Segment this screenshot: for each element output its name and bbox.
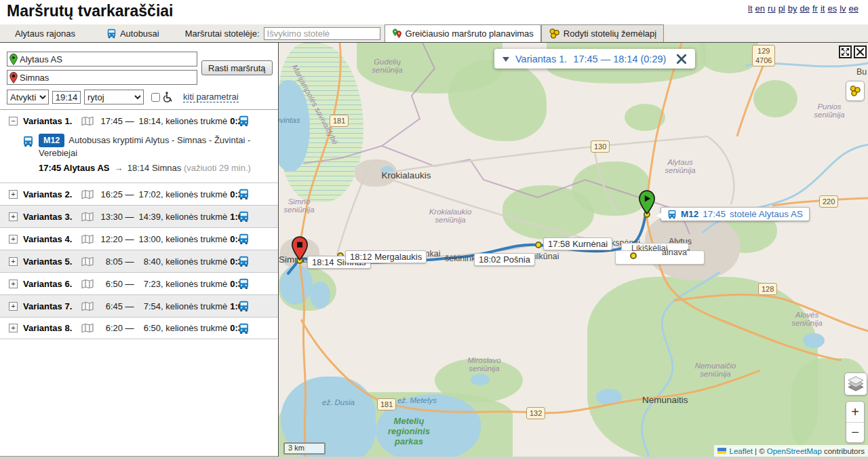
expand-button[interactable]: + <box>9 324 18 332</box>
stop-time-label[interactable]: 17:58 Kurnėnai <box>543 237 612 250</box>
show-on-map-icon[interactable] <box>81 323 94 333</box>
variant-row-1[interactable]: − Variantas 1. 17:45 — 18:14 , kelionės … <box>0 110 278 132</box>
leaflet-link[interactable]: Leaflet <box>730 447 753 455</box>
route-map[interactable]: Gudelių seniūnija Marijampolės savivaldy… <box>278 43 868 457</box>
bus-icon <box>238 115 250 127</box>
variant-row-6[interactable]: + Variantas 6. 6:50 — 7:23 , kelionės tr… <box>0 272 278 294</box>
bus-icon <box>106 28 117 39</box>
lang-link-it[interactable]: it <box>821 3 825 14</box>
map-scale: 3 km <box>283 442 326 455</box>
osm-link[interactable]: OpenStreetMap <box>767 447 822 455</box>
time-separator: — <box>123 189 136 199</box>
stop-dot[interactable] <box>535 242 542 248</box>
map-label-municipality: Punios seniūnija <box>814 102 844 119</box>
accessible-checkbox[interactable] <box>151 93 160 102</box>
page-title: Maršrutų tvarkaraščiai <box>7 2 173 20</box>
other-parameters-link[interactable]: kiti parametrai <box>183 92 239 102</box>
chevron-down-icon[interactable] <box>502 57 509 65</box>
time-separator: — <box>123 279 136 289</box>
layers-icon <box>847 375 865 393</box>
zoom-out-button[interactable]: − <box>846 422 864 442</box>
find-route-button[interactable]: Rasti maršrutą <box>201 60 273 75</box>
lang-link-pl[interactable]: pl <box>778 3 785 14</box>
variant-row-3[interactable]: + Variantas 3. 13:30 — 14:39 , kelionės … <box>0 205 278 227</box>
variant-row-5[interactable]: + Variantas 5. 8:05 — 8:40 , kelionės tr… <box>0 250 278 272</box>
expand-button[interactable]: + <box>9 257 18 266</box>
variant-label: Variantas 3. <box>23 212 80 222</box>
map-variant-bar[interactable]: Variantas 1. 17:45 — 18:14 (0:29) <box>494 49 695 69</box>
duration-label: , kelionės trukmė <box>161 116 227 126</box>
stop-time-label[interactable]: 18:12 Mergalaukis <box>345 250 427 263</box>
arrival-mode-select[interactable]: Atvykti <box>7 90 49 104</box>
map-label-town: Krokialaukis <box>382 170 431 180</box>
close-icon <box>856 47 865 56</box>
show-on-map-icon[interactable] <box>81 234 94 244</box>
map-label-town: ainava" <box>662 248 690 257</box>
tab-fastest-route-planner[interactable]: Greičiausio maršruto planavimas <box>384 24 541 42</box>
start-time: 16:25 <box>98 189 123 199</box>
lang-link-de[interactable]: de <box>800 3 809 14</box>
lang-link-es[interactable]: es <box>827 3 837 14</box>
expand-button[interactable]: + <box>9 212 18 221</box>
stop-time-label[interactable]: 18:02 Pošnia <box>474 253 535 266</box>
lang-link-ru[interactable]: ru <box>768 3 776 14</box>
lang-link-lt[interactable]: lt <box>748 3 753 14</box>
variant-row-8[interactable]: + Variantas 8. 6:20 — 6:50 , kelionės tr… <box>0 317 278 339</box>
show-on-map-icon[interactable] <box>81 256 94 267</box>
show-on-map-icon[interactable] <box>81 189 94 199</box>
show-on-map-icon[interactable] <box>81 212 94 222</box>
lang-link-by[interactable]: by <box>788 3 797 14</box>
from-input[interactable] <box>20 54 195 64</box>
expand-button[interactable]: + <box>9 190 18 199</box>
expand-button[interactable]: + <box>9 235 18 244</box>
show-stops-button[interactable] <box>846 81 865 101</box>
time-separator: — <box>123 116 136 126</box>
tab-planner-label: Greičiausio maršruto planavimas <box>406 28 534 39</box>
start-time: 12:20 <box>98 234 123 244</box>
expand-button[interactable]: + <box>9 302 18 311</box>
day-select[interactable]: rytoj <box>84 90 144 104</box>
lang-link-ee[interactable]: ee <box>849 3 859 14</box>
variant-row-2[interactable]: + Variantas 2. 16:25 — 17:02 , kelionės … <box>0 183 278 205</box>
departure-stop-input[interactable] <box>264 27 380 40</box>
collapse-button[interactable]: − <box>9 117 18 126</box>
close-map-button[interactable] <box>854 45 867 58</box>
time-input[interactable] <box>52 91 81 104</box>
lang-link-lv[interactable]: lv <box>840 3 846 14</box>
close-icon[interactable] <box>676 54 687 64</box>
variant-row-4[interactable]: + Variantas 4. 12:20 — 13:00 , kelionės … <box>0 227 278 250</box>
tab-buses[interactable]: Autobusai <box>106 28 159 39</box>
lang-link-en[interactable]: en <box>755 3 765 14</box>
admin-boundaries <box>303 43 690 234</box>
variant-label: Variantas 5. <box>23 256 80 267</box>
end-time: 17:02 <box>136 189 161 199</box>
map-label-municipality: Alovės seniūnija <box>791 311 822 327</box>
to-input[interactable] <box>20 73 195 83</box>
stop-dot[interactable] <box>630 252 637 259</box>
map-label-municipality: Krokialaukio seniūnija <box>429 208 472 224</box>
show-on-map-icon[interactable] <box>81 116 94 126</box>
expand-button[interactable]: + <box>9 280 18 288</box>
stops-cluster-icon <box>549 28 560 39</box>
variant-row-7[interactable]: + Variantas 7. 6:45 — 7:54 , kelionės tr… <box>0 294 278 317</box>
show-on-map-icon[interactable] <box>81 301 94 311</box>
zoom-in-button[interactable]: + <box>846 402 864 422</box>
time-separator: — <box>123 234 136 244</box>
fullscreen-button[interactable] <box>839 45 852 58</box>
route-badge[interactable]: M12 <box>39 134 64 147</box>
origin-marker[interactable] <box>638 190 656 214</box>
start-time: 6:45 <box>98 301 123 311</box>
tab-stops-map[interactable]: Rodyti stotelių žemėlapį <box>541 24 664 42</box>
lang-link-fr[interactable]: fr <box>812 3 818 14</box>
road-badge: 128 <box>758 283 777 295</box>
road-badge: 220 <box>819 195 838 208</box>
map-label-lake: ež. Dusia <box>322 398 355 406</box>
bus-icon <box>238 278 250 290</box>
departure-stop-label[interactable]: M12 17:45 stotelė Alytaus AS <box>660 207 810 221</box>
show-on-map-icon[interactable] <box>81 279 94 289</box>
tab-region[interactable]: Alytaus rajonas <box>15 28 75 39</box>
destination-marker[interactable] <box>291 236 309 261</box>
variant-label: Variantas 6. <box>23 279 80 289</box>
duration-label: , kelionės trukmė <box>161 323 227 333</box>
layers-button[interactable] <box>844 372 867 396</box>
